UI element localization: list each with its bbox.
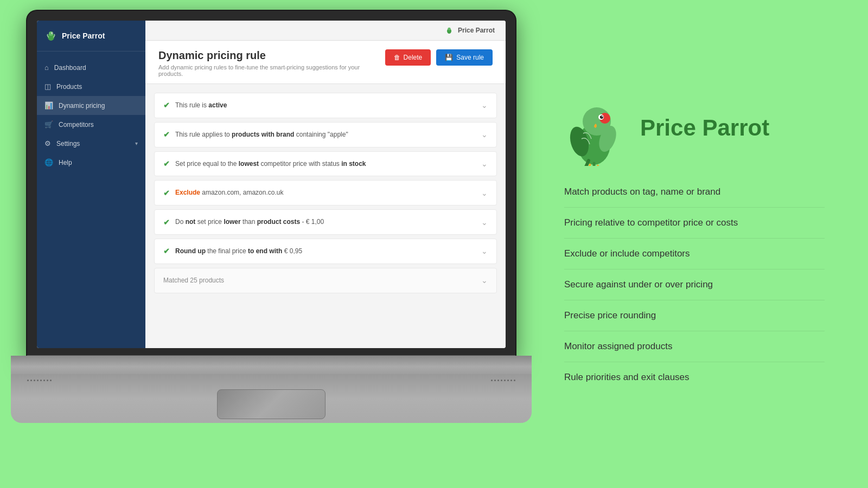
help-icon: 🌐 [44,158,53,166]
rule-left: ✔ Do not set price lower than product co… [163,217,481,227]
page-title-section: Dynamic pricing rule Add dynamic pricing… [158,49,385,77]
page-header: Dynamic pricing rule Add dynamic pricing… [145,41,506,84]
check-icon: ✔ [163,247,170,255]
feature-item-6: Rule priorities and exit clauses [564,362,825,393]
speaker-dot [37,380,39,381]
svg-line-17 [598,165,600,166]
trash-icon: 🗑 [394,54,400,61]
rules-container: ✔ This rule is active ⌄ ✔ This rule appl… [145,84,506,348]
check-icon: ✔ [163,130,170,139]
speaker-dot [27,380,29,381]
svg-point-5 [448,28,450,30]
sidebar-item-products[interactable]: ◫ Products [37,77,145,96]
laptop-container: Price Parrot ⌂ Dashboard ◫ Products 📊 [11,11,532,477]
sidebar-logo-text: Price Parrot [62,31,105,40]
speaker-dot [43,380,45,381]
main-content: Price Parrot Dynamic pricing rule Add dy… [145,21,506,348]
feature-item-5: Monitor assigned products [564,331,825,362]
speaker-dot [497,380,499,381]
home-icon: ⌂ [44,63,49,72]
chevron-icon: ⌄ [481,130,488,139]
speaker-dot [50,380,52,381]
rule-item-matched[interactable]: Matched 25 products ⌄ [154,268,497,293]
chevron-icon: ⌄ [481,101,488,110]
rule-text-matched: Matched 25 products [163,276,224,285]
rule-text-cost: Do not set price lower than product cost… [175,217,324,227]
check-icon: ✔ [163,189,170,197]
app-container: Price Parrot ⌂ Dashboard ◫ Products 📊 [37,21,506,348]
sidebar-item-settings[interactable]: ⚙ Settings ▾ [37,134,145,153]
top-bar-app-name: Price Parrot [458,27,495,34]
chevron-down-icon: ▾ [135,140,138,146]
sidebar-item-label: Settings [56,140,80,147]
parrot-svg [564,95,629,166]
svg-point-12 [600,115,603,119]
features-list: Match products on tag, name or brand Pri… [564,177,825,393]
sidebar-item-label: Competitors [59,121,94,129]
feature-item-1: Pricing relative to competitor price or … [564,208,825,239]
check-icon: ✔ [163,101,170,110]
save-rule-button[interactable]: 💾 Save rule [436,49,493,66]
delete-button[interactable]: 🗑 Delete [385,49,431,66]
rule-text-brand: This rule applies to products with brand… [175,130,348,139]
rule-text-round: Round up the final price to end with € 0… [175,247,302,256]
feature-item-3: Secure against under or over pricing [564,269,825,300]
save-icon: 💾 [445,54,453,61]
check-icon: ✔ [163,218,170,227]
competitors-icon: 🛒 [44,120,53,129]
feature-item-0: Match products on tag, name or brand [564,177,825,208]
sidebar-item-dashboard[interactable]: ⌂ Dashboard [37,58,145,77]
sidebar-item-help[interactable]: 🌐 Help [37,153,145,172]
page-subtitle: Add dynamic pricing rules to fine-tune t… [158,64,385,77]
feature-item-2: Exclude or include competitors [564,239,825,269]
check-icon: ✔ [163,159,170,168]
laptop-touchpad [217,389,326,419]
rule-item-cost[interactable]: ✔ Do not set price lower than product co… [154,209,497,235]
rule-left: ✔ Set price equal to the lowest competit… [163,159,481,169]
rule-item-active[interactable]: ✔ This rule is active ⌄ [154,93,497,118]
pricing-icon: 📊 [44,101,53,110]
sidebar-item-label: Dynamic pricing [59,102,105,110]
delete-button-label: Delete [404,54,423,61]
app-screen: Price Parrot ⌂ Dashboard ◫ Products 📊 [37,21,506,348]
laptop-screen: Price Parrot ⌂ Dashboard ◫ Products 📊 [27,11,515,358]
svg-point-3 [52,33,53,33]
brand-section: Price Parrot [564,95,825,160]
settings-icon: ⚙ [44,139,51,147]
rule-left: Matched 25 products [163,276,481,285]
rule-item-round[interactable]: ✔ Round up the final price to end with €… [154,239,497,264]
speaker-dot [47,380,48,381]
right-panel: Price Parrot Match products on tag, name… [532,79,857,409]
speaker-dot [514,380,515,381]
sidebar-item-label: Dashboard [54,64,86,72]
rule-item-exclude[interactable]: ✔ Exclude amazon.com, amazon.co.uk ⌄ [154,180,497,206]
header-actions: 🗑 Delete 💾 Save rule [385,49,493,66]
rule-item-brand[interactable]: ✔ This rule applies to products with bra… [154,122,497,147]
speaker-dot [507,380,509,381]
rule-item-price[interactable]: ✔ Set price equal to the lowest competit… [154,151,497,177]
chevron-icon: ⌄ [481,159,488,168]
rule-text-exclude: Exclude amazon.com, amazon.co.uk [175,188,283,197]
chevron-icon: ⌄ [481,218,488,227]
sidebar-item-label: Help [59,159,72,166]
speaker-dot [491,380,493,381]
chevron-icon: ⌄ [481,189,488,197]
rule-left: ✔ This rule is active [163,101,481,110]
speaker-dot [510,380,512,381]
brand-title: Price Parrot [640,115,769,141]
laptop-bottom [11,374,532,423]
sidebar: Price Parrot ⌂ Dashboard ◫ Products 📊 [37,21,145,348]
speaker-dot [40,380,42,381]
sidebar-item-competitors[interactable]: 🛒 Competitors [37,115,145,134]
svg-point-13 [602,116,603,117]
rule-left: ✔ Exclude amazon.com, amazon.co.uk [163,188,481,197]
parrot-illustration [564,95,629,160]
speaker-dot [34,380,35,381]
speaker-dot [501,380,502,381]
parrot-logo-icon [44,29,58,42]
sidebar-item-dynamic-pricing[interactable]: 📊 Dynamic pricing [37,96,145,115]
chevron-icon: ⌄ [481,276,488,285]
top-bar-parrot-icon [445,26,454,35]
speaker-dot [494,380,496,381]
sidebar-item-label: Products [56,83,82,91]
